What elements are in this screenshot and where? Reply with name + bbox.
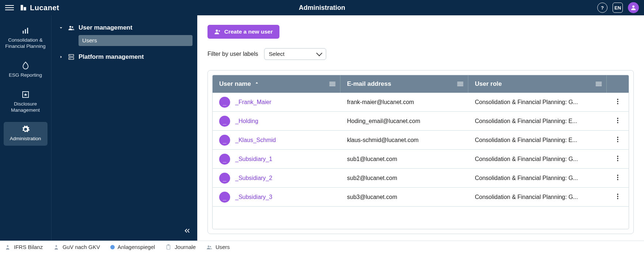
user-avatar-icon: _: [219, 192, 230, 203]
group-icon: [206, 244, 213, 250]
column-menu-icon[interactable]: [456, 80, 464, 88]
svg-point-26: [617, 175, 618, 176]
user-table-body: _ _Frank_Maier frank-maier@lucanet.com C…: [213, 93, 629, 229]
dot-icon: [110, 245, 115, 249]
user-avatar-icon: _: [219, 97, 230, 108]
footer-item-users[interactable]: Users: [206, 244, 230, 250]
footer-item-anlagen[interactable]: Anlagenspiegel: [110, 244, 155, 250]
profile-avatar[interactable]: [628, 2, 639, 13]
row-actions-button[interactable]: [614, 136, 621, 145]
svg-point-37: [210, 246, 211, 247]
user-table: User name E-mail address User role: [212, 75, 629, 229]
cell-email: frank-maier@lucanet.com: [340, 95, 468, 109]
cell-username: _ _Klaus_Schmid: [213, 131, 340, 149]
user-link[interactable]: _Frank_Maier: [235, 99, 271, 106]
menu-toggle-icon[interactable]: [5, 3, 14, 12]
user-link[interactable]: _Klaus_Schmid: [235, 137, 276, 143]
col-header-username[interactable]: User name: [213, 75, 340, 93]
nav-panel: User management Users Platform managemen…: [51, 15, 197, 241]
kebab-icon: [614, 98, 621, 105]
svg-point-8: [72, 26, 73, 28]
star-box-icon: [21, 90, 30, 99]
footer-bar: IFRS Bilanz GuV nach GKV Anlagenspiegel …: [0, 241, 644, 253]
left-rail: Consolidation & Financial Planning ESG R…: [0, 15, 51, 241]
group-icon: [68, 24, 75, 31]
table-row: _ _Holding Hoding_email@lucanet.com Cons…: [213, 112, 629, 131]
kebab-icon: [614, 174, 621, 181]
svg-point-31: [617, 198, 618, 199]
svg-point-16: [617, 103, 618, 104]
svg-point-33: [56, 245, 57, 247]
user-plus-icon: [214, 28, 221, 35]
user-link[interactable]: _Subsidiary_3: [235, 194, 272, 200]
cell-email: sub1@lucanet.com: [340, 152, 468, 166]
column-menu-icon[interactable]: [595, 80, 603, 88]
svg-point-21: [617, 139, 618, 140]
app-header: Lucanet Administration ? EN: [0, 0, 644, 15]
filter-select-value: Select: [269, 51, 285, 57]
col-header-label: User name: [219, 80, 251, 88]
user-link[interactable]: _Holding: [235, 118, 258, 124]
user-avatar-icon: _: [219, 173, 230, 184]
user-table-header: User name E-mail address User role: [213, 75, 629, 93]
row-actions-button[interactable]: [614, 98, 621, 107]
cell-role: Consolidation & Financial Planning: E...: [468, 114, 607, 128]
row-actions-button[interactable]: [614, 155, 621, 164]
person-icon: [4, 244, 11, 250]
page-title: Administration: [299, 4, 345, 12]
cell-role: Consolidation & Financial Planning: G...: [468, 152, 607, 166]
nav-group-label: Platform management: [79, 53, 144, 61]
cell-email: Hoding_email@lucanet.com: [340, 114, 468, 128]
svg-point-17: [617, 118, 618, 119]
language-switch[interactable]: EN: [613, 3, 623, 13]
rail-item-disclosure[interactable]: Disclosure Management: [4, 87, 47, 117]
cell-username: _ _Subsidiary_3: [213, 188, 340, 206]
chevron-right-icon: [58, 54, 64, 60]
svg-point-23: [617, 156, 618, 157]
user-link[interactable]: _Subsidiary_1: [235, 156, 272, 162]
rail-item-label: Consolidation & Financial Planning: [5, 37, 45, 49]
rail-item-administration[interactable]: Administration: [4, 122, 47, 146]
filter-select[interactable]: Select: [264, 48, 326, 60]
cell-email: sub2@lucanet.com: [340, 171, 468, 185]
brand-logo[interactable]: Lucanet: [20, 4, 59, 12]
nav-group-header-platform-management[interactable]: Platform management: [56, 51, 193, 63]
svg-rect-10: [69, 58, 73, 60]
svg-point-30: [617, 196, 618, 197]
create-user-button[interactable]: Create a new user: [207, 25, 279, 39]
user-avatar-icon: _: [219, 116, 230, 127]
table-row: _ _Subsidiary_2 sub2@lucanet.com Consoli…: [213, 169, 629, 188]
col-header-label: E-mail address: [347, 80, 391, 88]
bar-chart-icon: [21, 26, 30, 35]
user-avatar-icon: _: [219, 154, 230, 165]
column-menu-icon[interactable]: [328, 80, 336, 88]
help-icon[interactable]: ?: [597, 3, 607, 13]
col-header-email[interactable]: E-mail address: [340, 75, 468, 93]
user-link[interactable]: _Subsidiary_2: [235, 175, 272, 181]
row-actions-button[interactable]: [614, 174, 621, 183]
svg-point-15: [617, 101, 618, 102]
cell-username: _ _Frank_Maier: [213, 93, 340, 111]
row-actions-button[interactable]: [614, 193, 621, 202]
nav-group-user-management: User management Users: [56, 22, 193, 46]
kebab-icon: [614, 193, 621, 200]
cell-actions: [607, 189, 629, 205]
clipboard-icon: [165, 244, 172, 250]
brand-mark-icon: [20, 4, 27, 11]
collapse-nav-button[interactable]: [183, 227, 191, 236]
footer-item-ifrs[interactable]: IFRS Bilanz: [4, 244, 43, 250]
nav-group-header-user-management[interactable]: User management: [56, 22, 193, 34]
svg-point-19: [617, 122, 618, 123]
svg-rect-0: [21, 5, 23, 11]
col-header-role[interactable]: User role: [468, 75, 607, 93]
rail-item-cfp[interactable]: Consolidation & Financial Planning: [4, 23, 47, 53]
row-actions-button[interactable]: [614, 117, 621, 126]
footer-item-guv[interactable]: GuV nach GKV: [53, 244, 100, 250]
nav-sub-users[interactable]: Users: [79, 35, 193, 46]
leaf-icon: [21, 61, 30, 70]
svg-rect-1: [24, 7, 26, 10]
rail-item-esg[interactable]: ESG Reporting: [4, 58, 47, 82]
cell-username: _ _Subsidiary_2: [213, 169, 340, 187]
footer-item-journale[interactable]: Journale: [165, 244, 196, 250]
cell-actions: [607, 94, 629, 110]
